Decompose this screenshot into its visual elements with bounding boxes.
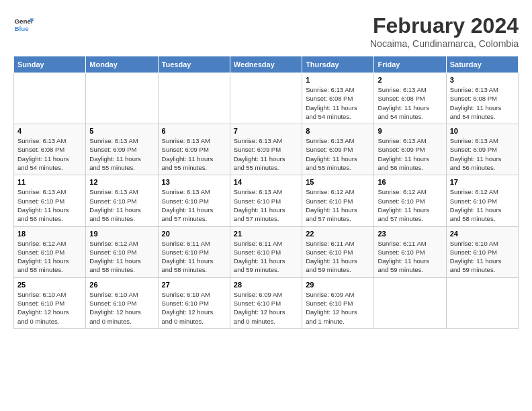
day-info: Sunrise: 6:13 AMSunset: 6:09 PMDaylight:…	[450, 136, 515, 172]
calendar-cell: 22Sunrise: 6:11 AMSunset: 6:10 PMDayligh…	[302, 226, 374, 277]
day-number: 11	[17, 178, 82, 186]
calendar-week-3: 11Sunrise: 6:13 AMSunset: 6:10 PMDayligh…	[14, 175, 519, 226]
calendar-cell: 21Sunrise: 6:11 AMSunset: 6:10 PMDayligh…	[230, 226, 302, 277]
day-number: 19	[89, 230, 154, 238]
day-number: 28	[234, 281, 298, 289]
day-number: 20	[162, 230, 226, 238]
svg-text:Blue: Blue	[15, 25, 30, 32]
day-info: Sunrise: 6:10 AMSunset: 6:10 PMDaylight:…	[450, 239, 515, 275]
calendar-cell: 1Sunrise: 6:13 AMSunset: 6:08 PMDaylight…	[302, 73, 374, 124]
calendar-cell: 6Sunrise: 6:13 AMSunset: 6:09 PMDaylight…	[158, 124, 230, 175]
calendar-cell	[374, 277, 446, 328]
day-number: 5	[89, 127, 154, 135]
day-number: 13	[162, 178, 226, 186]
day-info: Sunrise: 6:11 AMSunset: 6:10 PMDaylight:…	[162, 239, 226, 275]
day-info: Sunrise: 6:10 AMSunset: 6:10 PMDaylight:…	[162, 290, 226, 326]
title-area: February 2024 Nocaima, Cundinamarca, Col…	[370, 13, 519, 49]
day-info: Sunrise: 6:13 AMSunset: 6:08 PMDaylight:…	[450, 85, 515, 121]
weekday-header-monday: Monday	[86, 56, 158, 73]
day-info: Sunrise: 6:10 AMSunset: 6:10 PMDaylight:…	[17, 290, 82, 326]
day-number: 22	[306, 230, 370, 238]
calendar-cell: 7Sunrise: 6:13 AMSunset: 6:09 PMDaylight…	[230, 124, 302, 175]
calendar-week-2: 4Sunrise: 6:13 AMSunset: 6:08 PMDaylight…	[14, 124, 519, 175]
day-info: Sunrise: 6:12 AMSunset: 6:10 PMDaylight:…	[378, 187, 442, 223]
day-info: Sunrise: 6:11 AMSunset: 6:10 PMDaylight:…	[234, 239, 298, 275]
day-number: 1	[306, 76, 370, 84]
day-info: Sunrise: 6:09 AMSunset: 6:10 PMDaylight:…	[306, 290, 370, 326]
page-title: February 2024	[370, 13, 519, 38]
day-info: Sunrise: 6:10 AMSunset: 6:10 PMDaylight:…	[89, 290, 154, 326]
day-number: 18	[17, 230, 82, 238]
weekday-header-thursday: Thursday	[302, 56, 374, 73]
calendar-header: SundayMondayTuesdayWednesdayThursdayFrid…	[14, 56, 519, 73]
day-number: 27	[162, 281, 226, 289]
day-number: 4	[17, 127, 82, 135]
calendar-cell: 27Sunrise: 6:10 AMSunset: 6:10 PMDayligh…	[158, 277, 230, 328]
calendar-cell	[86, 73, 158, 124]
weekday-header-wednesday: Wednesday	[230, 56, 302, 73]
day-number: 6	[162, 127, 226, 135]
calendar-cell: 8Sunrise: 6:13 AMSunset: 6:09 PMDaylight…	[302, 124, 374, 175]
day-number: 10	[450, 127, 515, 135]
day-number: 8	[306, 127, 370, 135]
day-number: 7	[234, 127, 298, 135]
day-number: 15	[306, 178, 370, 186]
weekday-header-saturday: Saturday	[446, 56, 518, 73]
day-number: 29	[306, 281, 370, 289]
calendar-body: 1Sunrise: 6:13 AMSunset: 6:08 PMDaylight…	[14, 73, 519, 329]
calendar-cell: 23Sunrise: 6:11 AMSunset: 6:10 PMDayligh…	[374, 226, 446, 277]
calendar-cell: 28Sunrise: 6:09 AMSunset: 6:10 PMDayligh…	[230, 277, 302, 328]
day-number: 3	[450, 76, 515, 84]
calendar-cell: 14Sunrise: 6:13 AMSunset: 6:10 PMDayligh…	[230, 175, 302, 226]
weekday-header-tuesday: Tuesday	[158, 56, 230, 73]
calendar-cell: 15Sunrise: 6:12 AMSunset: 6:10 PMDayligh…	[302, 175, 374, 226]
calendar-cell	[230, 73, 302, 124]
day-number: 12	[89, 178, 154, 186]
day-number: 17	[450, 178, 515, 186]
calendar-week-4: 18Sunrise: 6:12 AMSunset: 6:10 PMDayligh…	[14, 226, 519, 277]
calendar-cell: 3Sunrise: 6:13 AMSunset: 6:08 PMDaylight…	[446, 73, 518, 124]
calendar-cell: 16Sunrise: 6:12 AMSunset: 6:10 PMDayligh…	[374, 175, 446, 226]
calendar-table: SundayMondayTuesdayWednesdayThursdayFrid…	[13, 56, 519, 329]
day-info: Sunrise: 6:13 AMSunset: 6:08 PMDaylight:…	[17, 136, 82, 172]
calendar-cell: 19Sunrise: 6:12 AMSunset: 6:10 PMDayligh…	[86, 226, 158, 277]
day-info: Sunrise: 6:13 AMSunset: 6:10 PMDaylight:…	[17, 187, 82, 223]
day-info: Sunrise: 6:12 AMSunset: 6:10 PMDaylight:…	[450, 187, 515, 223]
calendar-week-1: 1Sunrise: 6:13 AMSunset: 6:08 PMDaylight…	[14, 73, 519, 124]
day-info: Sunrise: 6:13 AMSunset: 6:10 PMDaylight:…	[89, 187, 154, 223]
day-info: Sunrise: 6:13 AMSunset: 6:08 PMDaylight:…	[378, 85, 442, 121]
calendar-cell	[14, 73, 86, 124]
day-info: Sunrise: 6:12 AMSunset: 6:10 PMDaylight:…	[89, 239, 154, 275]
calendar-cell	[446, 277, 518, 328]
logo: General Blue	[13, 13, 34, 34]
calendar-cell	[158, 73, 230, 124]
day-info: Sunrise: 6:13 AMSunset: 6:09 PMDaylight:…	[306, 136, 370, 172]
day-info: Sunrise: 6:13 AMSunset: 6:09 PMDaylight:…	[89, 136, 154, 172]
calendar-cell: 29Sunrise: 6:09 AMSunset: 6:10 PMDayligh…	[302, 277, 374, 328]
calendar-cell: 10Sunrise: 6:13 AMSunset: 6:09 PMDayligh…	[446, 124, 518, 175]
calendar-cell: 20Sunrise: 6:11 AMSunset: 6:10 PMDayligh…	[158, 226, 230, 277]
calendar-cell: 12Sunrise: 6:13 AMSunset: 6:10 PMDayligh…	[86, 175, 158, 226]
header: General Blue February 2024 Nocaima, Cund…	[13, 13, 519, 49]
day-info: Sunrise: 6:12 AMSunset: 6:10 PMDaylight:…	[17, 239, 82, 275]
day-number: 9	[378, 127, 442, 135]
calendar-cell: 2Sunrise: 6:13 AMSunset: 6:08 PMDaylight…	[374, 73, 446, 124]
calendar-cell: 11Sunrise: 6:13 AMSunset: 6:10 PMDayligh…	[14, 175, 86, 226]
day-number: 14	[234, 178, 298, 186]
day-info: Sunrise: 6:13 AMSunset: 6:10 PMDaylight:…	[162, 187, 226, 223]
day-info: Sunrise: 6:13 AMSunset: 6:10 PMDaylight:…	[234, 187, 298, 223]
weekday-header-friday: Friday	[374, 56, 446, 73]
calendar-cell: 25Sunrise: 6:10 AMSunset: 6:10 PMDayligh…	[14, 277, 86, 328]
day-info: Sunrise: 6:12 AMSunset: 6:10 PMDaylight:…	[306, 187, 370, 223]
day-number: 26	[89, 281, 154, 289]
day-number: 23	[378, 230, 442, 238]
calendar-cell: 9Sunrise: 6:13 AMSunset: 6:09 PMDaylight…	[374, 124, 446, 175]
weekday-header-sunday: Sunday	[14, 56, 86, 73]
day-info: Sunrise: 6:13 AMSunset: 6:09 PMDaylight:…	[162, 136, 226, 172]
calendar-cell: 13Sunrise: 6:13 AMSunset: 6:10 PMDayligh…	[158, 175, 230, 226]
calendar-cell: 17Sunrise: 6:12 AMSunset: 6:10 PMDayligh…	[446, 175, 518, 226]
day-info: Sunrise: 6:13 AMSunset: 6:09 PMDaylight:…	[234, 136, 298, 172]
day-info: Sunrise: 6:13 AMSunset: 6:08 PMDaylight:…	[306, 85, 370, 121]
day-number: 16	[378, 178, 442, 186]
day-number: 24	[450, 230, 515, 238]
